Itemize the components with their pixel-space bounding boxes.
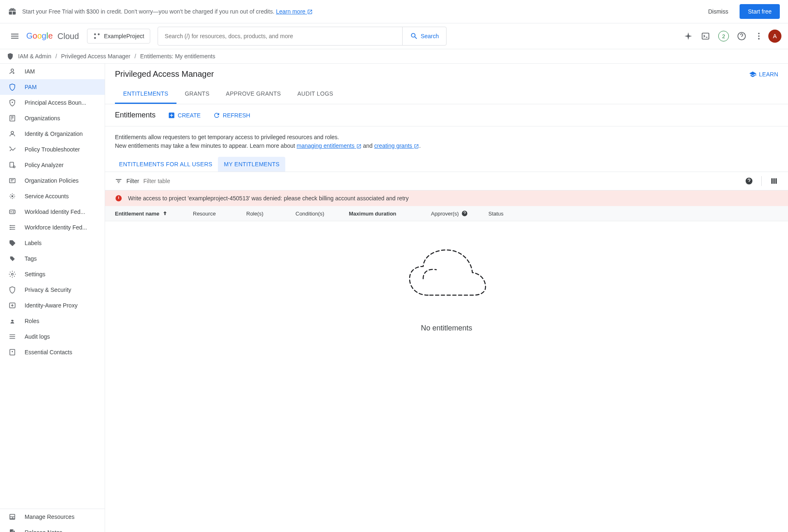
sidebar-item[interactable]: Workload Identity Fed...: [0, 204, 105, 220]
sidebar-item-label: Audit logs: [25, 333, 50, 340]
sidebar-icon: [8, 255, 16, 262]
sidebar-item[interactable]: Tags: [0, 251, 105, 266]
cloud-empty-icon: [403, 246, 490, 307]
filter-help-icon[interactable]: [745, 177, 753, 185]
tab[interactable]: APPROVE GRANTS: [218, 85, 289, 104]
sidebar-item[interactable]: Settings: [0, 266, 105, 282]
svg-point-21: [10, 229, 11, 229]
sidebar-item[interactable]: Service Accounts: [0, 188, 105, 204]
sidebar-icon: [8, 68, 16, 75]
filter-input[interactable]: [143, 178, 741, 184]
filter-label: Filter: [126, 178, 139, 184]
learn-more-link[interactable]: Learn more: [276, 8, 313, 15]
sidebar-item[interactable]: Workforce Identity Fed...: [0, 220, 105, 235]
sidebar-icon: [8, 271, 16, 278]
start-free-button[interactable]: Start free: [740, 4, 780, 19]
sidebar-item[interactable]: Organization Policies: [0, 173, 105, 188]
sidebar-item-label: Identity & Organization: [25, 131, 83, 137]
cloud-shell-icon[interactable]: [698, 28, 713, 44]
google-cloud-logo[interactable]: Google Cloud: [26, 31, 79, 41]
error-banner: Write access to project 'exampleproject-…: [105, 190, 788, 206]
svg-point-2: [98, 33, 100, 35]
sidebar-item[interactable]: Roles: [0, 313, 105, 329]
breadcrumb-item: Entitlements: My entitlements: [140, 53, 215, 60]
sidebar-item[interactable]: IAM: [0, 64, 105, 79]
learn-button[interactable]: LEARN: [749, 71, 778, 78]
breadcrumb-item[interactable]: Privileged Access Manager: [61, 53, 131, 60]
svg-rect-13: [10, 162, 14, 167]
column-conditions[interactable]: Condition(s): [296, 210, 349, 217]
sidebar-item[interactable]: Audit logs: [0, 329, 105, 344]
tab[interactable]: ENTITLEMENTS: [115, 85, 176, 104]
column-approvers[interactable]: Approver(s): [431, 210, 488, 217]
refresh-button[interactable]: REFRESH: [213, 112, 250, 119]
sidebar-item-label: Roles: [25, 318, 39, 324]
project-selector[interactable]: ExampleProject: [87, 29, 150, 44]
help-icon[interactable]: [734, 28, 749, 44]
sidebar-icon: [8, 349, 16, 356]
sidebar-item[interactable]: Policy Troubleshooter: [0, 142, 105, 157]
breadcrumb-separator: /: [55, 53, 57, 60]
sort-arrow-up-icon: [162, 210, 168, 217]
svg-point-25: [12, 351, 13, 352]
filter-bar: Filter: [105, 172, 788, 190]
breadcrumb-item[interactable]: IAM & Admin: [18, 53, 51, 60]
svg-rect-28: [771, 178, 772, 183]
sidebar-item-label: Release Notes: [25, 529, 62, 532]
svg-point-6: [758, 33, 760, 34]
sidebar-item[interactable]: Essential Contacts: [0, 344, 105, 360]
sidebar-icon: [8, 177, 16, 184]
sidebar-item-release-notes[interactable]: Release Notes: [0, 525, 105, 532]
search-input[interactable]: [158, 28, 402, 44]
description-text: Entitlements allow requesters to get tem…: [105, 126, 788, 157]
managing-entitlements-link[interactable]: managing entitlements: [297, 142, 362, 149]
sidebar-item[interactable]: PAM: [0, 79, 105, 95]
sidebar-item-label: Privacy & Security: [25, 287, 71, 293]
gemini-icon[interactable]: [680, 28, 696, 44]
sub-tabs: ENTITLEMENTS FOR ALL USERSMY ENTITLEMENT…: [105, 157, 788, 172]
project-name: ExampleProject: [104, 33, 144, 39]
svg-point-12: [9, 147, 10, 147]
creating-grants-link[interactable]: creating grants: [374, 142, 419, 149]
sidebar-item-label: Organizations: [25, 115, 60, 122]
svg-point-19: [10, 225, 11, 226]
column-duration[interactable]: Maximum duration: [349, 210, 431, 217]
sidebar-item-label: PAM: [25, 84, 37, 90]
tab[interactable]: GRANTS: [176, 85, 218, 104]
release-notes-icon: [8, 529, 16, 532]
sidebar-item[interactable]: Principal Access Boun...: [0, 95, 105, 110]
dismiss-button[interactable]: Dismiss: [701, 5, 735, 18]
column-status[interactable]: Status: [488, 210, 529, 217]
project-icon: [93, 32, 101, 40]
svg-rect-30: [775, 178, 777, 183]
user-avatar[interactable]: A: [768, 30, 781, 43]
sidebar-icon: [8, 146, 16, 153]
hamburger-menu-button[interactable]: [7, 28, 23, 44]
sidebar-item[interactable]: Organizations: [0, 110, 105, 126]
sidebar-item-label: Policy Troubleshooter: [25, 146, 80, 153]
tab[interactable]: AUDIT LOGS: [289, 85, 341, 104]
columns-icon[interactable]: [770, 177, 778, 185]
column-roles[interactable]: Role(s): [246, 210, 296, 217]
sidebar-item[interactable]: Privacy & Security: [0, 282, 105, 298]
sidebar-item[interactable]: Policy Analyzer: [0, 157, 105, 173]
more-menu-icon[interactable]: [751, 28, 767, 44]
column-entitlement-name[interactable]: Entitlement name: [115, 210, 193, 217]
sidebar-item-label: IAM: [25, 68, 35, 75]
sidebar-icon: [8, 239, 16, 247]
create-button[interactable]: CREATE: [168, 112, 201, 119]
subtab[interactable]: MY ENTITLEMENTS: [218, 157, 285, 172]
sidebar-item[interactable]: Identity-Aware Proxy: [0, 298, 105, 313]
subtab[interactable]: ENTITLEMENTS FOR ALL USERS: [113, 157, 218, 172]
search-button[interactable]: Search: [402, 27, 446, 45]
sidebar-item-manage-resources[interactable]: Manage Resources: [0, 509, 105, 525]
svg-point-9: [12, 102, 13, 103]
column-resource[interactable]: Resource: [193, 210, 246, 217]
refresh-icon: [213, 112, 220, 119]
sidebar-item[interactable]: Labels: [0, 235, 105, 251]
notifications-button[interactable]: 2: [715, 28, 732, 45]
sidebar-item-label: Service Accounts: [25, 193, 69, 200]
svg-point-11: [11, 131, 14, 134]
breadcrumb: IAM & Admin / Privileged Access Manager …: [0, 49, 788, 64]
sidebar-item[interactable]: Identity & Organization: [0, 126, 105, 142]
